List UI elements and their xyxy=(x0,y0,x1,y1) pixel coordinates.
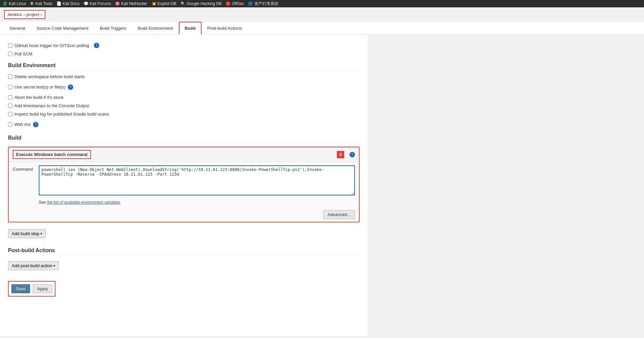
google-hacking-tab[interactable]: 🔍 Google Hacking DB xyxy=(180,1,222,6)
kali-tools-tab[interactable]: 🛠 Kali Tools xyxy=(30,1,52,6)
env-vars-row: See the list of available environment va… xyxy=(9,199,359,207)
with-ant-label: With Ant xyxy=(14,122,30,127)
abort-build-checkbox[interactable] xyxy=(8,95,12,100)
build-step-header: Execute Windows batch command X ? xyxy=(9,147,359,162)
kali-nethunter-tab[interactable]: 🎯 Kali NetHunter xyxy=(115,1,147,6)
poll-scm-label: Poll SCM xyxy=(14,51,32,56)
exploit-db-tab[interactable]: 💥 Exploit-DB xyxy=(151,1,176,6)
inspect-build-log-row: Inspect build log for published Gradle b… xyxy=(8,111,360,117)
tab-bar: General Source Code Management Build Tri… xyxy=(0,22,644,35)
kali-forums-tab[interactable]: 💬 Kali Forums xyxy=(84,1,111,6)
browser-bar: 🐉 Kali Linux 🛠 Kali Tools 📄 Kali Docs 💬 … xyxy=(0,0,644,7)
post-build-section: Post-build Actions Add post-build action xyxy=(8,247,360,273)
kali-linux-tab[interactable]: 🐉 Kali Linux xyxy=(3,1,26,6)
add-build-step-button[interactable]: Add build step xyxy=(8,229,46,238)
poll-scm-checkbox[interactable] xyxy=(8,52,12,56)
github-hook-checkbox-row: GitHub hook trigger for GITScm polling ? xyxy=(8,42,360,49)
tab-source-code[interactable]: Source Code Management xyxy=(31,22,94,34)
use-secret-checkbox[interactable] xyxy=(8,85,12,89)
breadcrumb-sep1: › xyxy=(23,12,25,17)
inspect-build-log-checkbox[interactable] xyxy=(8,112,12,116)
kali-docs-tab[interactable]: 📄 Kali Docs xyxy=(56,1,80,6)
add-timestamps-checkbox[interactable] xyxy=(8,104,12,108)
breadcrumb-sep2: › xyxy=(40,12,42,17)
add-build-step-container: Add build step xyxy=(8,226,360,241)
delete-workspace-checkbox[interactable] xyxy=(8,74,12,79)
tab-post-build[interactable]: Post-build Actions xyxy=(202,22,247,34)
tab-build-triggers[interactable]: Build Triggers xyxy=(94,22,132,34)
project-breadcrumb-link[interactable]: project xyxy=(26,12,39,17)
command-label: Command xyxy=(13,165,36,172)
github-hook-help-icon[interactable]: ? xyxy=(94,43,99,48)
inspect-build-log-label: Inspect build log for published Gradle b… xyxy=(14,112,109,117)
apply-button[interactable]: Apply xyxy=(33,284,52,293)
abort-build-row: Abort the build if it's stuck xyxy=(8,94,360,101)
post-build-title: Post-build Actions xyxy=(8,247,360,255)
add-timestamps-label: Add timestamps to the Console Output xyxy=(14,103,89,108)
tab-general[interactable]: General xyxy=(4,22,31,34)
close-build-step-button[interactable]: X xyxy=(337,151,344,158)
build-section-title: Build xyxy=(8,135,360,143)
build-environment-title: Build Environment xyxy=(8,62,360,70)
with-ant-help-icon[interactable]: ? xyxy=(33,122,38,127)
with-ant-checkbox[interactable] xyxy=(8,122,12,127)
breadcrumb: Jenkins › project › xyxy=(4,10,45,19)
save-button[interactable]: Save xyxy=(11,284,30,293)
build-step-box: Execute Windows batch command X ? Comman… xyxy=(8,147,360,222)
asset-tower-tab[interactable]: 🌐 资产灯塔系统 xyxy=(248,1,278,7)
step-footer: Advanced... xyxy=(9,207,359,222)
env-vars-text: See xyxy=(39,200,47,205)
tab-build[interactable]: Build xyxy=(179,22,202,35)
delete-workspace-label: Delete workspace before build starts xyxy=(14,74,85,79)
add-post-build-label: Add post-build action xyxy=(12,263,52,268)
build-step-help-icon[interactable]: ? xyxy=(350,152,355,157)
tab-build-environment[interactable]: Build Environment xyxy=(132,22,179,34)
command-row: Command powershell iex (New-Object Net.W… xyxy=(9,162,359,199)
save-footer: Save Apply xyxy=(8,281,55,297)
jenkins-breadcrumb-link[interactable]: Jenkins xyxy=(7,12,22,17)
command-textarea[interactable]: powershell iex (New-Object Net.WebClient… xyxy=(39,165,355,195)
use-secret-help-icon[interactable]: ? xyxy=(68,84,73,90)
add-timestamps-row: Add timestamps to the Console Output xyxy=(8,103,360,109)
advanced-button[interactable]: Advanced... xyxy=(323,210,355,219)
execute-windows-batch-title: Execute Windows batch command xyxy=(13,150,91,159)
poll-scm-checkbox-row: Poll SCM xyxy=(8,51,360,57)
add-post-build-button[interactable]: Add post-build action xyxy=(8,261,59,270)
content-area: GitHub hook trigger for GITScm polling ?… xyxy=(0,35,368,336)
github-hook-checkbox[interactable] xyxy=(8,43,12,48)
use-secret-row: Use secret text(s) or file(s) ? xyxy=(8,82,360,92)
with-ant-row: With Ant ? xyxy=(8,119,360,130)
add-build-step-label: Add build step xyxy=(12,231,39,236)
abort-build-label: Abort the build if it's stuck xyxy=(14,95,63,100)
use-secret-label: Use secret text(s) or file(s) xyxy=(14,84,65,90)
main-container: General Source Code Management Build Tri… xyxy=(0,22,644,336)
delete-workspace-row: Delete workspace before build starts xyxy=(8,73,360,80)
github-hook-label: GitHub hook trigger for GITScm polling xyxy=(14,43,89,48)
offsec-tab[interactable]: 🔴 OffSec xyxy=(226,1,244,6)
env-vars-link[interactable]: the list of available environment variab… xyxy=(47,200,120,205)
